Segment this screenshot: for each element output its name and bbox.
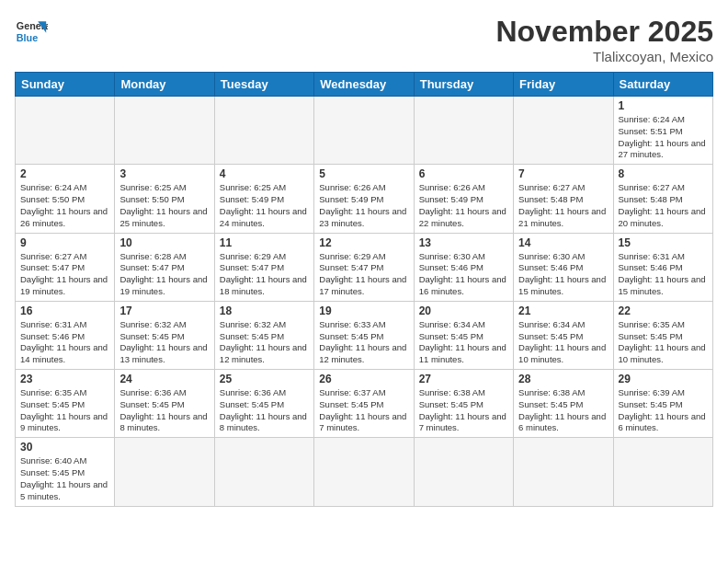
calendar-day-cell: 11Sunrise: 6:29 AM Sunset: 5:47 PM Dayli…	[214, 233, 313, 301]
day-info: Sunrise: 6:38 AM Sunset: 5:45 PM Dayligh…	[419, 387, 508, 434]
day-info: Sunrise: 6:24 AM Sunset: 5:50 PM Dayligh…	[20, 182, 109, 229]
day-number: 22	[619, 304, 708, 317]
calendar-day-cell: 23Sunrise: 6:35 AM Sunset: 5:45 PM Dayli…	[16, 370, 115, 438]
month-title: November 2025	[495, 15, 713, 49]
day-number: 15	[619, 236, 708, 249]
calendar-week-row: 9Sunrise: 6:27 AM Sunset: 5:47 PM Daylig…	[16, 233, 713, 301]
calendar-day-cell: 29Sunrise: 6:39 AM Sunset: 5:45 PM Dayli…	[613, 370, 712, 438]
calendar-day-cell: 30Sunrise: 6:40 AM Sunset: 5:45 PM Dayli…	[16, 438, 115, 506]
calendar-day-cell	[115, 438, 214, 506]
day-number: 5	[319, 167, 408, 180]
location-title: Tlalixcoyan, Mexico	[495, 49, 713, 64]
day-number: 20	[419, 304, 508, 317]
calendar-day-cell	[214, 438, 313, 506]
day-info: Sunrise: 6:31 AM Sunset: 5:46 PM Dayligh…	[619, 251, 708, 298]
day-info: Sunrise: 6:33 AM Sunset: 5:45 PM Dayligh…	[319, 319, 408, 366]
day-number: 8	[619, 167, 708, 180]
calendar-day-cell	[16, 97, 115, 165]
calendar-day-cell: 3Sunrise: 6:25 AM Sunset: 5:50 PM Daylig…	[115, 165, 214, 233]
calendar-day-cell	[613, 438, 712, 506]
day-info: Sunrise: 6:27 AM Sunset: 5:48 PM Dayligh…	[619, 182, 708, 229]
calendar-day-cell	[514, 438, 613, 506]
day-info: Sunrise: 6:32 AM Sunset: 5:45 PM Dayligh…	[220, 319, 309, 366]
logo: General Blue	[15, 15, 48, 48]
calendar-day-cell: 8Sunrise: 6:27 AM Sunset: 5:48 PM Daylig…	[613, 165, 712, 233]
day-info: Sunrise: 6:30 AM Sunset: 5:46 PM Dayligh…	[518, 251, 608, 298]
day-number: 3	[119, 167, 209, 180]
day-info: Sunrise: 6:30 AM Sunset: 5:46 PM Dayligh…	[419, 251, 508, 298]
weekday-header-cell: Tuesday	[214, 73, 313, 97]
calendar-week-row: 2Sunrise: 6:24 AM Sunset: 5:50 PM Daylig…	[16, 165, 713, 233]
day-number: 12	[319, 236, 408, 249]
day-info: Sunrise: 6:24 AM Sunset: 5:51 PM Dayligh…	[619, 114, 708, 161]
day-number: 7	[518, 167, 608, 180]
calendar-day-cell: 4Sunrise: 6:25 AM Sunset: 5:49 PM Daylig…	[214, 165, 313, 233]
day-info: Sunrise: 6:27 AM Sunset: 5:47 PM Dayligh…	[20, 251, 109, 298]
day-info: Sunrise: 6:26 AM Sunset: 5:49 PM Dayligh…	[419, 182, 508, 229]
day-info: Sunrise: 6:27 AM Sunset: 5:48 PM Dayligh…	[518, 182, 608, 229]
calendar-week-row: 16Sunrise: 6:31 AM Sunset: 5:46 PM Dayli…	[16, 301, 713, 369]
calendar-day-cell: 21Sunrise: 6:34 AM Sunset: 5:45 PM Dayli…	[514, 301, 613, 369]
calendar-day-cell: 24Sunrise: 6:36 AM Sunset: 5:45 PM Dayli…	[115, 370, 214, 438]
day-info: Sunrise: 6:26 AM Sunset: 5:49 PM Dayligh…	[319, 182, 408, 229]
day-number: 23	[20, 373, 109, 385]
logo-icon: General Blue	[15, 15, 48, 48]
calendar-day-cell: 9Sunrise: 6:27 AM Sunset: 5:47 PM Daylig…	[16, 233, 115, 301]
day-info: Sunrise: 6:38 AM Sunset: 5:45 PM Dayligh…	[518, 387, 608, 434]
calendar-day-cell: 5Sunrise: 6:26 AM Sunset: 5:49 PM Daylig…	[314, 165, 414, 233]
day-number: 14	[518, 236, 608, 249]
calendar-day-cell: 7Sunrise: 6:27 AM Sunset: 5:48 PM Daylig…	[514, 165, 613, 233]
calendar-day-cell: 18Sunrise: 6:32 AM Sunset: 5:45 PM Dayli…	[214, 301, 313, 369]
calendar-week-row: 23Sunrise: 6:35 AM Sunset: 5:45 PM Dayli…	[16, 370, 713, 438]
day-number: 19	[319, 304, 408, 317]
day-number: 27	[419, 373, 508, 385]
calendar-day-cell: 22Sunrise: 6:35 AM Sunset: 5:45 PM Dayli…	[613, 301, 712, 369]
calendar-day-cell: 13Sunrise: 6:30 AM Sunset: 5:46 PM Dayli…	[414, 233, 513, 301]
day-info: Sunrise: 6:29 AM Sunset: 5:47 PM Dayligh…	[220, 251, 309, 298]
day-number: 11	[220, 236, 309, 249]
day-number: 29	[619, 373, 708, 385]
day-number: 25	[220, 373, 309, 385]
day-info: Sunrise: 6:35 AM Sunset: 5:45 PM Dayligh…	[619, 319, 708, 366]
calendar-day-cell: 28Sunrise: 6:38 AM Sunset: 5:45 PM Dayli…	[514, 370, 613, 438]
calendar-day-cell: 16Sunrise: 6:31 AM Sunset: 5:46 PM Dayli…	[16, 301, 115, 369]
day-info: Sunrise: 6:25 AM Sunset: 5:50 PM Dayligh…	[119, 182, 209, 229]
weekday-header-cell: Saturday	[613, 73, 712, 97]
day-info: Sunrise: 6:34 AM Sunset: 5:45 PM Dayligh…	[518, 319, 608, 366]
calendar-day-cell	[214, 97, 313, 165]
day-info: Sunrise: 6:39 AM Sunset: 5:45 PM Dayligh…	[619, 387, 708, 434]
calendar-day-cell	[414, 97, 513, 165]
calendar-day-cell: 14Sunrise: 6:30 AM Sunset: 5:46 PM Dayli…	[514, 233, 613, 301]
day-number: 10	[119, 236, 209, 249]
calendar-week-row: 30Sunrise: 6:40 AM Sunset: 5:45 PM Dayli…	[16, 438, 713, 506]
day-number: 1	[619, 99, 708, 112]
calendar-day-cell: 2Sunrise: 6:24 AM Sunset: 5:50 PM Daylig…	[16, 165, 115, 233]
weekday-header-cell: Sunday	[16, 73, 115, 97]
day-number: 2	[20, 167, 109, 180]
day-info: Sunrise: 6:37 AM Sunset: 5:45 PM Dayligh…	[319, 387, 408, 434]
day-info: Sunrise: 6:31 AM Sunset: 5:46 PM Dayligh…	[20, 319, 109, 366]
day-number: 30	[20, 441, 109, 454]
calendar-day-cell: 1Sunrise: 6:24 AM Sunset: 5:51 PM Daylig…	[613, 97, 712, 165]
day-info: Sunrise: 6:28 AM Sunset: 5:47 PM Dayligh…	[119, 251, 209, 298]
day-number: 17	[119, 304, 209, 317]
calendar-day-cell: 25Sunrise: 6:36 AM Sunset: 5:45 PM Dayli…	[214, 370, 313, 438]
calendar-day-cell: 12Sunrise: 6:29 AM Sunset: 5:47 PM Dayli…	[314, 233, 414, 301]
calendar-day-cell	[414, 438, 513, 506]
weekday-header-row: SundayMondayTuesdayWednesdayThursdayFrid…	[16, 73, 713, 97]
weekday-header-cell: Wednesday	[314, 73, 414, 97]
day-number: 4	[220, 167, 309, 180]
calendar-day-cell: 15Sunrise: 6:31 AM Sunset: 5:46 PM Dayli…	[613, 233, 712, 301]
day-number: 16	[20, 304, 109, 317]
calendar-body: 1Sunrise: 6:24 AM Sunset: 5:51 PM Daylig…	[16, 97, 713, 507]
title-block: November 2025 Tlalixcoyan, Mexico	[495, 15, 713, 64]
day-number: 18	[220, 304, 309, 317]
calendar-day-cell: 26Sunrise: 6:37 AM Sunset: 5:45 PM Dayli…	[314, 370, 414, 438]
day-info: Sunrise: 6:32 AM Sunset: 5:45 PM Dayligh…	[119, 319, 209, 366]
calendar-day-cell	[314, 97, 414, 165]
calendar-day-cell: 27Sunrise: 6:38 AM Sunset: 5:45 PM Dayli…	[414, 370, 513, 438]
weekday-header-cell: Thursday	[414, 73, 513, 97]
calendar-day-cell: 19Sunrise: 6:33 AM Sunset: 5:45 PM Dayli…	[314, 301, 414, 369]
calendar-day-cell: 20Sunrise: 6:34 AM Sunset: 5:45 PM Dayli…	[414, 301, 513, 369]
calendar-day-cell	[514, 97, 613, 165]
